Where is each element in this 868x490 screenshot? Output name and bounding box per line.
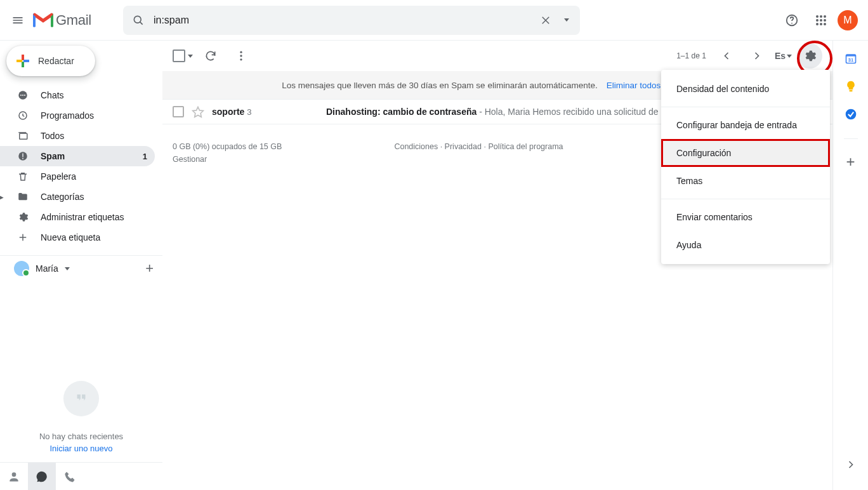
menu-item-feedback[interactable]: Enviar comentarios <box>661 203 830 231</box>
svg-point-22 <box>20 95 22 96</box>
mail-checkbox[interactable] <box>173 106 184 117</box>
svg-point-7 <box>791 22 792 23</box>
hangouts-tab-calls[interactable] <box>56 463 84 491</box>
refresh-icon <box>204 50 217 62</box>
apps-grid-icon <box>815 15 827 26</box>
main-menu-button[interactable] <box>5 8 30 33</box>
sidebar-item-all[interactable]: Todos <box>0 126 155 146</box>
google-apps-button[interactable] <box>808 8 834 33</box>
hamburger-icon <box>11 14 24 27</box>
tasks-app-icon[interactable] <box>845 108 857 121</box>
more-button[interactable] <box>228 43 254 69</box>
hangouts-tab-contacts[interactable] <box>0 463 28 491</box>
sidebar-item-scheduled[interactable]: Programados <box>0 105 155 126</box>
manage-storage-link[interactable]: Gestionar <box>173 155 282 164</box>
mail-thread-count: 3 <box>247 107 251 117</box>
sidebar-item-trash[interactable]: Papelera <box>0 166 155 187</box>
folder-icon <box>17 191 29 202</box>
chevron-left-icon <box>720 50 733 62</box>
stacked-mail-icon <box>17 130 29 142</box>
sidebar-item-manage-labels[interactable]: Administrar etiquetas <box>0 207 155 227</box>
pager-text: 1–1 de 1 <box>676 51 706 60</box>
svg-point-14 <box>816 23 819 25</box>
keep-app-icon[interactable] <box>845 80 857 93</box>
hangouts-account-row[interactable]: María + <box>0 255 162 280</box>
caret-down-icon <box>65 267 70 270</box>
star-icon[interactable] <box>192 105 204 118</box>
svg-rect-40 <box>849 90 852 92</box>
svg-point-24 <box>24 95 25 96</box>
sidebar-item-new-label[interactable]: Nueva etiqueta <box>0 227 155 248</box>
plus-icon <box>17 232 29 243</box>
svg-point-12 <box>820 19 822 22</box>
quote-bubble-icon <box>36 470 48 483</box>
close-icon <box>540 15 551 26</box>
refresh-button[interactable] <box>198 43 223 69</box>
mini-avatar-icon <box>14 261 29 276</box>
help-icon <box>785 13 799 27</box>
menu-item-density[interactable]: Densidad del contenido <box>661 75 830 103</box>
menu-item-help[interactable]: Ayuda <box>661 231 830 259</box>
hide-side-panel-button[interactable] <box>838 452 864 477</box>
hangouts-start-link[interactable]: Iniciar uno nuevo <box>49 444 112 453</box>
sidebar-label: Programados <box>41 110 147 121</box>
caret-down-icon <box>564 18 569 22</box>
footer-terms[interactable]: Condiciones · Privacidad · Política del … <box>282 142 675 151</box>
search-bar[interactable] <box>123 6 580 35</box>
sidebar-item-categories[interactable]: ▶ Categorías <box>0 187 155 207</box>
clear-search-button[interactable] <box>534 9 557 32</box>
svg-point-16 <box>824 23 826 25</box>
svg-point-33 <box>240 51 242 53</box>
sidebar-label: Spam <box>41 151 131 161</box>
svg-rect-18 <box>22 62 24 67</box>
settings-gear-button[interactable] <box>797 43 822 69</box>
svg-point-23 <box>22 95 23 96</box>
get-addons-button[interactable]: + <box>846 154 855 169</box>
svg-rect-28 <box>22 154 23 157</box>
svg-rect-19 <box>16 60 22 62</box>
svg-point-35 <box>240 58 242 60</box>
search-button[interactable] <box>127 9 150 32</box>
sidebar-item-chats[interactable]: Chats <box>0 85 155 105</box>
chevron-right-icon <box>845 458 857 471</box>
calendar-app-icon[interactable]: 31 <box>845 52 857 65</box>
svg-line-3 <box>140 22 143 24</box>
person-icon <box>8 470 20 483</box>
product-name: Gmail <box>56 12 91 29</box>
menu-item-settings[interactable]: Configuración <box>661 139 830 167</box>
svg-point-8 <box>816 15 819 18</box>
select-all-checkbox[interactable] <box>173 50 185 62</box>
sidebar-item-spam[interactable]: Spam 1 <box>0 146 155 166</box>
plus-multicolor-icon <box>15 53 30 69</box>
search-icon <box>132 14 145 27</box>
search-options-button[interactable] <box>557 9 576 32</box>
menu-item-themes[interactable]: Temas <box>661 167 830 195</box>
compose-button[interactable]: Redactar <box>6 46 95 76</box>
search-input[interactable] <box>150 15 534 26</box>
sidebar-count: 1 <box>143 152 147 161</box>
svg-point-2 <box>134 16 141 23</box>
svg-point-11 <box>816 19 819 22</box>
page-prev-button[interactable] <box>714 43 739 69</box>
chat-bubble-icon <box>17 89 29 101</box>
menu-separator <box>661 199 830 199</box>
select-menu-caret-icon[interactable] <box>188 55 193 58</box>
account-avatar[interactable]: M <box>838 10 858 30</box>
svg-text:31: 31 <box>848 57 853 63</box>
gmail-logo[interactable]: Gmail <box>33 12 91 29</box>
sidebar-label: Categorías <box>41 192 147 202</box>
svg-rect-26 <box>20 133 27 139</box>
hangouts-tab-chats[interactable] <box>28 463 56 491</box>
add-contact-button[interactable]: + <box>145 262 154 275</box>
page-next-button[interactable] <box>744 43 770 69</box>
support-button[interactable] <box>779 8 805 33</box>
svg-point-13 <box>824 19 826 22</box>
caret-down-icon <box>787 55 792 58</box>
sidebar-label: Papelera <box>41 171 147 182</box>
menu-item-inbox-config[interactable]: Configurar bandeja de entrada <box>661 111 830 139</box>
input-tools-button[interactable]: Es <box>775 51 792 61</box>
chevron-right-icon: ▶ <box>0 194 4 201</box>
sidebar-label: Chats <box>41 90 147 100</box>
sidebar-label: Todos <box>41 131 147 141</box>
svg-point-29 <box>22 158 23 159</box>
